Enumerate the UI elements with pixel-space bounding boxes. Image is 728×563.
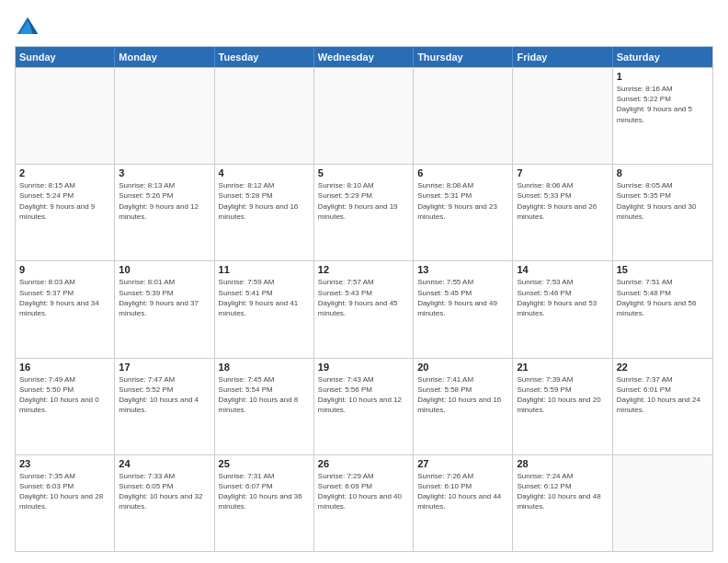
day-info: Sunrise: 7:41 AM Sunset: 5:58 PM Dayligh… xyxy=(417,374,508,416)
day-number: 26 xyxy=(318,458,409,469)
day-number: 15 xyxy=(617,264,709,275)
cal-cell-3-3: 19Sunrise: 7:43 AM Sunset: 5:56 PM Dayli… xyxy=(314,359,414,454)
cal-cell-4-5: 28Sunrise: 7:24 AM Sunset: 6:12 PM Dayli… xyxy=(513,455,612,551)
day-info: Sunrise: 7:26 AM Sunset: 6:10 PM Dayligh… xyxy=(417,471,508,512)
day-number: 13 xyxy=(417,264,508,275)
cal-cell-0-5 xyxy=(513,68,612,164)
day-info: Sunrise: 7:45 AM Sunset: 5:54 PM Dayligh… xyxy=(219,374,310,416)
day-info: Sunrise: 7:35 AM Sunset: 6:03 PM Dayligh… xyxy=(19,471,110,512)
day-number: 27 xyxy=(417,458,508,469)
day-number: 20 xyxy=(417,362,508,373)
day-number: 18 xyxy=(219,362,310,373)
day-number: 12 xyxy=(318,264,409,275)
day-info: Sunrise: 7:55 AM Sunset: 5:45 PM Dayligh… xyxy=(417,277,508,318)
day-info: Sunrise: 8:15 AM Sunset: 5:24 PM Dayligh… xyxy=(19,180,110,222)
day-number: 28 xyxy=(517,458,608,469)
cal-cell-0-4 xyxy=(414,68,513,164)
cal-cell-3-5: 21Sunrise: 7:39 AM Sunset: 5:59 PM Dayli… xyxy=(513,359,612,454)
logo xyxy=(15,15,42,40)
calendar-row-3: 16Sunrise: 7:49 AM Sunset: 5:50 PM Dayli… xyxy=(16,358,712,454)
day-info: Sunrise: 7:51 AM Sunset: 5:48 PM Dayligh… xyxy=(617,277,709,318)
cal-cell-4-3: 26Sunrise: 7:29 AM Sunset: 6:09 PM Dayli… xyxy=(314,455,414,551)
day-number: 11 xyxy=(219,264,310,275)
cal-cell-2-0: 9Sunrise: 8:03 AM Sunset: 5:37 PM Daylig… xyxy=(16,261,115,357)
cal-cell-0-3 xyxy=(314,68,414,164)
day-info: Sunrise: 7:39 AM Sunset: 5:59 PM Dayligh… xyxy=(517,374,608,416)
header-cell-monday: Monday xyxy=(115,47,214,67)
cal-cell-4-6 xyxy=(613,455,712,551)
calendar-row-4: 23Sunrise: 7:35 AM Sunset: 6:03 PM Dayli… xyxy=(16,454,712,551)
day-info: Sunrise: 8:10 AM Sunset: 5:29 PM Dayligh… xyxy=(318,180,409,222)
header-cell-saturday: Saturday xyxy=(613,47,712,67)
day-info: Sunrise: 8:06 AM Sunset: 5:33 PM Dayligh… xyxy=(517,180,608,222)
calendar-body: 1Sunrise: 8:16 AM Sunset: 5:22 PM Daylig… xyxy=(16,67,712,551)
day-info: Sunrise: 7:24 AM Sunset: 6:12 PM Dayligh… xyxy=(517,471,608,512)
day-number: 25 xyxy=(219,458,310,469)
day-number: 5 xyxy=(318,167,409,178)
header-cell-tuesday: Tuesday xyxy=(215,47,314,67)
day-number: 6 xyxy=(417,167,508,178)
cal-cell-3-6: 22Sunrise: 7:37 AM Sunset: 6:01 PM Dayli… xyxy=(613,359,712,454)
cal-cell-3-2: 18Sunrise: 7:45 AM Sunset: 5:54 PM Dayli… xyxy=(215,359,314,454)
day-info: Sunrise: 8:01 AM Sunset: 5:39 PM Dayligh… xyxy=(119,277,210,318)
cal-cell-2-6: 15Sunrise: 7:51 AM Sunset: 5:48 PM Dayli… xyxy=(613,261,712,357)
cal-cell-1-3: 5Sunrise: 8:10 AM Sunset: 5:29 PM Daylig… xyxy=(314,165,414,260)
header-cell-friday: Friday xyxy=(513,47,612,67)
day-number: 1 xyxy=(617,71,709,82)
day-number: 10 xyxy=(119,264,210,275)
header-cell-sunday: Sunday xyxy=(16,47,115,67)
header-cell-wednesday: Wednesday xyxy=(314,47,414,67)
cal-cell-2-2: 11Sunrise: 7:59 AM Sunset: 5:41 PM Dayli… xyxy=(215,261,314,357)
header xyxy=(15,11,713,40)
cal-cell-2-1: 10Sunrise: 8:01 AM Sunset: 5:39 PM Dayli… xyxy=(115,261,214,357)
day-info: Sunrise: 7:31 AM Sunset: 6:07 PM Dayligh… xyxy=(219,471,310,512)
day-info: Sunrise: 8:13 AM Sunset: 5:26 PM Dayligh… xyxy=(119,180,210,222)
cal-cell-0-2 xyxy=(215,68,314,164)
calendar-row-2: 9Sunrise: 8:03 AM Sunset: 5:37 PM Daylig… xyxy=(16,260,712,357)
cal-cell-1-0: 2Sunrise: 8:15 AM Sunset: 5:24 PM Daylig… xyxy=(16,165,115,260)
day-number: 19 xyxy=(318,362,409,373)
cal-cell-4-1: 24Sunrise: 7:33 AM Sunset: 6:05 PM Dayli… xyxy=(115,455,214,551)
calendar: SundayMondayTuesdayWednesdayThursdayFrid… xyxy=(15,46,713,552)
day-info: Sunrise: 7:37 AM Sunset: 6:01 PM Dayligh… xyxy=(617,374,709,416)
cal-cell-1-2: 4Sunrise: 8:12 AM Sunset: 5:28 PM Daylig… xyxy=(215,165,314,260)
day-number: 16 xyxy=(19,362,110,373)
cal-cell-1-1: 3Sunrise: 8:13 AM Sunset: 5:26 PM Daylig… xyxy=(115,165,214,260)
day-info: Sunrise: 7:53 AM Sunset: 5:46 PM Dayligh… xyxy=(517,277,608,318)
day-number: 14 xyxy=(517,264,608,275)
page: SundayMondayTuesdayWednesdayThursdayFrid… xyxy=(0,0,728,563)
day-info: Sunrise: 7:47 AM Sunset: 5:52 PM Dayligh… xyxy=(119,374,210,416)
calendar-row-1: 2Sunrise: 8:15 AM Sunset: 5:24 PM Daylig… xyxy=(16,164,712,260)
day-info: Sunrise: 8:05 AM Sunset: 5:35 PM Dayligh… xyxy=(617,180,709,222)
day-number: 2 xyxy=(19,167,110,178)
day-number: 17 xyxy=(119,362,210,373)
day-info: Sunrise: 7:29 AM Sunset: 6:09 PM Dayligh… xyxy=(318,471,409,512)
cal-cell-2-4: 13Sunrise: 7:55 AM Sunset: 5:45 PM Dayli… xyxy=(414,261,513,357)
cal-cell-4-0: 23Sunrise: 7:35 AM Sunset: 6:03 PM Dayli… xyxy=(16,455,115,551)
cal-cell-4-4: 27Sunrise: 7:26 AM Sunset: 6:10 PM Dayli… xyxy=(414,455,513,551)
day-info: Sunrise: 7:33 AM Sunset: 6:05 PM Dayligh… xyxy=(119,471,210,512)
day-number: 4 xyxy=(219,167,310,178)
day-info: Sunrise: 7:43 AM Sunset: 5:56 PM Dayligh… xyxy=(318,374,409,416)
cal-cell-0-1 xyxy=(115,68,214,164)
day-info: Sunrise: 7:49 AM Sunset: 5:50 PM Dayligh… xyxy=(19,374,110,416)
day-info: Sunrise: 8:16 AM Sunset: 5:22 PM Dayligh… xyxy=(617,84,709,125)
day-number: 3 xyxy=(119,167,210,178)
day-info: Sunrise: 8:08 AM Sunset: 5:31 PM Dayligh… xyxy=(417,180,508,222)
day-number: 9 xyxy=(19,264,110,275)
header-cell-thursday: Thursday xyxy=(414,47,513,67)
day-number: 23 xyxy=(19,458,110,469)
cal-cell-3-0: 16Sunrise: 7:49 AM Sunset: 5:50 PM Dayli… xyxy=(16,359,115,454)
cal-cell-0-0 xyxy=(16,68,115,164)
cal-cell-3-1: 17Sunrise: 7:47 AM Sunset: 5:52 PM Dayli… xyxy=(115,359,214,454)
cal-cell-1-6: 8Sunrise: 8:05 AM Sunset: 5:35 PM Daylig… xyxy=(613,165,712,260)
cal-cell-2-3: 12Sunrise: 7:57 AM Sunset: 5:43 PM Dayli… xyxy=(314,261,414,357)
cal-cell-3-4: 20Sunrise: 7:41 AM Sunset: 5:58 PM Dayli… xyxy=(414,359,513,454)
logo-icon xyxy=(15,15,40,40)
calendar-row-0: 1Sunrise: 8:16 AM Sunset: 5:22 PM Daylig… xyxy=(16,67,712,164)
cal-cell-0-6: 1Sunrise: 8:16 AM Sunset: 5:22 PM Daylig… xyxy=(613,68,712,164)
day-number: 22 xyxy=(617,362,709,373)
day-info: Sunrise: 7:57 AM Sunset: 5:43 PM Dayligh… xyxy=(318,277,409,318)
day-number: 21 xyxy=(517,362,608,373)
cal-cell-1-4: 6Sunrise: 8:08 AM Sunset: 5:31 PM Daylig… xyxy=(414,165,513,260)
